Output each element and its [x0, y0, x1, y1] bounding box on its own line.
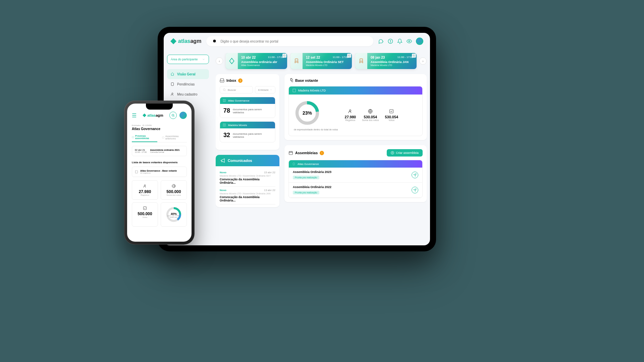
main-content: ‹ 10 abr 2211:00 - 17:00 Assembleia ordi…	[216, 53, 427, 245]
menu-button[interactable]: ☰	[132, 112, 137, 119]
svg-rect-28	[144, 207, 147, 210]
user-icon	[170, 92, 174, 96]
eye-icon[interactable]	[407, 39, 412, 44]
base-votante-panel: Base votante Madeira Móveis LTD 23%	[284, 74, 427, 140]
stat-votos: 530.054Votos	[385, 109, 398, 121]
search-input[interactable]	[220, 40, 367, 43]
inbox-search[interactable]: Buscar	[220, 86, 253, 94]
meeting-item[interactable]: 02 abr 2111:00 - 17:00 Assembleia ordiná…	[132, 146, 187, 156]
breadcrumb: Entidades · ID 123456	[132, 124, 187, 126]
brand-logo[interactable]: atlasagm	[143, 113, 163, 117]
donut-chart: 40% possui entre 10.000 e 50.000 votos	[165, 206, 182, 223]
svg-rect-9	[414, 55, 415, 57]
svg-rect-20	[289, 152, 293, 155]
megaphone-icon	[220, 158, 225, 163]
tab-anteriores[interactable]: Assembleias anteriores	[162, 135, 187, 142]
chevron-down-icon	[270, 88, 272, 91]
svg-rect-25	[136, 171, 138, 173]
carousel-next[interactable]: ›	[419, 57, 427, 65]
check-square-icon	[143, 206, 147, 210]
carousel-prev[interactable]: ‹	[216, 57, 223, 65]
plus-icon	[391, 151, 394, 155]
stat-soma: 530.054Soma dos votos	[362, 109, 379, 121]
stat-votos: 500.000Votos	[132, 202, 158, 227]
svg-point-22	[172, 114, 174, 116]
section-title: Lista de bases votantes disponíveis	[132, 161, 187, 164]
chat-icon[interactable]	[378, 39, 384, 44]
brand-logo[interactable]: atlasagm	[170, 38, 201, 44]
pie-icon	[288, 78, 293, 83]
copy-icon[interactable]	[412, 54, 416, 58]
search-button[interactable]	[169, 112, 177, 119]
send-button[interactable]	[412, 172, 418, 178]
meeting-card[interactable]: 10 abr 2211:00 - 17:00 Assembleia ordiná…	[226, 53, 287, 69]
user-icon	[143, 184, 147, 188]
header-actions	[378, 38, 423, 45]
inbox-badge: 2	[238, 78, 243, 83]
tab-proximas[interactable]: Próximas assembleias	[132, 135, 157, 142]
svg-point-11	[223, 89, 225, 91]
copy-icon[interactable]	[282, 54, 286, 58]
stat-registros: 27.980Registros	[345, 109, 356, 121]
chair-icon	[358, 58, 365, 64]
comunicado-item[interactable]: Novo15 abr 22 Madeira Móveis LTD / Assem…	[220, 169, 275, 187]
help-icon[interactable]	[388, 39, 393, 44]
svg-rect-24	[162, 137, 164, 138]
search-icon	[212, 39, 217, 44]
svg-rect-10	[360, 59, 363, 61]
inbox-item[interactable]: Madeira Móveis 32documentos para serem v…	[220, 121, 275, 142]
assembly-item[interactable]: Assembleia Ordinária 2023Pronta pra real…	[289, 168, 422, 183]
calendar-icon	[132, 136, 134, 138]
user-avatar[interactable]	[416, 38, 423, 45]
inbox-panel: Inbox 2 Buscar Entidade	[216, 74, 279, 150]
stat-donut: 40% possui entre 10.000 e 50.000 votos	[161, 202, 187, 227]
area-selector[interactable]: Área do participante	[167, 55, 209, 64]
search-icon	[171, 114, 175, 117]
svg-rect-4	[171, 83, 174, 86]
assembleias-badge: !	[320, 151, 324, 155]
chair-icon	[293, 58, 300, 64]
nav-pendencias[interactable]: Pendências	[167, 79, 209, 89]
svg-point-26	[144, 185, 146, 186]
global-search[interactable]	[206, 36, 373, 46]
entity-select[interactable]: Entidade	[255, 86, 275, 94]
tablet-screen: atlasagm Área do participante	[164, 33, 430, 245]
nav-cadastro[interactable]: Meu cadastro	[167, 89, 209, 99]
user-avatar[interactable]	[179, 112, 187, 119]
chevron-down-icon	[202, 58, 205, 61]
bell-icon[interactable]	[397, 39, 402, 44]
meeting-card[interactable]: 12 set 2211:00 - 17:00 Assembleia Ordiná…	[290, 53, 352, 69]
create-assembly-button[interactable]: Criar assembleia	[387, 149, 423, 157]
svg-rect-14	[293, 89, 296, 92]
svg-point-2	[390, 43, 391, 43]
svg-rect-19	[390, 110, 393, 113]
building-icon	[135, 170, 138, 174]
copy-icon[interactable]	[347, 54, 351, 58]
building-icon	[292, 88, 296, 93]
clipboard-icon	[170, 82, 174, 86]
globe-icon	[172, 184, 176, 188]
search-icon	[223, 88, 226, 92]
building-icon	[223, 99, 226, 102]
user-icon	[348, 109, 353, 114]
stat-soma: 500.000Soma dos votos	[161, 180, 187, 200]
inbox-icon	[220, 78, 224, 83]
logo-icon	[170, 38, 176, 44]
meetings-carousel: ‹ 10 abr 2211:00 - 17:00 Assembleia ordi…	[216, 53, 427, 69]
nav-visao-geral[interactable]: Visão Geral	[167, 69, 209, 79]
building-icon	[223, 123, 226, 127]
send-icon	[413, 173, 417, 177]
logo-icon	[292, 162, 296, 166]
assembleias-panel: Assembleias ! Criar assembleia Atlas Gov…	[284, 145, 427, 202]
comunicado-item[interactable]: Novo13 abr 22 Madeira Móveis LTD / Assem…	[220, 187, 275, 204]
send-button[interactable]	[412, 187, 418, 193]
inbox-item[interactable]: Atlas Governance 78documentos para serem…	[220, 97, 275, 118]
svg-point-17	[350, 110, 351, 111]
calendar-icon	[288, 150, 293, 155]
svg-point-3	[409, 41, 410, 42]
send-icon	[413, 188, 417, 192]
bv-item[interactable]: Atlas Governance - Base votante10 regist…	[132, 167, 187, 177]
assembly-item[interactable]: Assembleia Ordinária 2022Pronta pra real…	[289, 183, 422, 198]
svg-point-5	[172, 93, 173, 94]
meeting-card[interactable]: 08 jan 2311:00 - 17:00 Assembleia Ordiná…	[355, 53, 417, 69]
